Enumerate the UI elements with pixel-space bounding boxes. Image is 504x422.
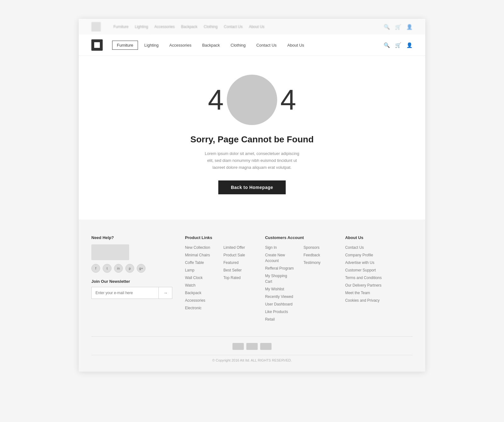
error-numbers: 4 4 — [91, 75, 413, 125]
footer-columns: Need Help? f t in p g+ Join Our Newslett… — [91, 235, 413, 324]
link-lamp[interactable]: Lamp — [185, 268, 194, 272]
nav-link-backpack[interactable]: Backpack — [198, 41, 224, 49]
product-links-grid: New Collection Minimal Chairs Coffe Tabl… — [185, 244, 252, 312]
link-watch[interactable]: Watch — [185, 283, 196, 288]
link-coffe-table[interactable]: Coffe Table — [185, 260, 204, 265]
footer: Need Help? f t in p g+ Join Our Newslett… — [79, 220, 425, 372]
link-delivery-partners[interactable]: Our Delivery Partners — [345, 283, 381, 288]
error-section: 4 4 Sorry, Page Cannot be Found Lorem ip… — [79, 56, 425, 220]
top-logo — [91, 22, 101, 31]
footer-product-links: Product Links New Collection Minimal Cha… — [185, 235, 252, 324]
link-shopping-cart[interactable]: My Shopping Cart — [265, 274, 287, 284]
nav-link-lighting[interactable]: Lighting — [140, 41, 163, 49]
nav-link-clothing[interactable]: Clothing — [226, 41, 250, 49]
twitter-icon[interactable]: t — [103, 264, 112, 273]
link-meet-team[interactable]: Meet the Team — [345, 291, 370, 295]
newsletter-form: → — [91, 287, 172, 299]
link-featured[interactable]: Featured — [223, 260, 238, 265]
error-num-left: 4 — [208, 86, 224, 114]
product-links-col2: Limited Offer Product Sale Featured Best… — [223, 244, 252, 312]
link-retail[interactable]: Retail — [265, 317, 275, 322]
link-terms-conditions[interactable]: Terms and Conditions — [345, 276, 382, 280]
pinterest-icon[interactable]: p — [125, 264, 134, 273]
link-contact-us[interactable]: Contact Us — [345, 245, 364, 250]
payment-icon-3 — [260, 343, 272, 350]
help-logo-placeholder — [91, 244, 129, 260]
top-nav-backpack: Backpack — [181, 25, 198, 29]
link-create-account[interactable]: Create New Account — [265, 253, 285, 263]
need-help-heading: Need Help? — [91, 235, 172, 240]
customers-account-heading: Customers Account — [265, 235, 332, 240]
nav-link-about[interactable]: About Us — [283, 41, 308, 49]
top-nav-clothing: Clothing — [204, 25, 218, 29]
payment-icons — [91, 343, 413, 350]
footer-copyright: © Copyright 2016 AIt Itd. ALL RIGHTS RES… — [91, 355, 413, 362]
link-feedback[interactable]: Feedback — [304, 253, 320, 257]
logo[interactable] — [91, 39, 103, 51]
main-user-icon[interactable]: 👤 — [406, 42, 413, 48]
link-accessories[interactable]: Accessories — [185, 298, 205, 303]
link-sign-in[interactable]: Sign In — [265, 245, 277, 250]
link-backpack[interactable]: Backpack — [185, 291, 201, 295]
top-nav-about: About Us — [249, 25, 264, 29]
nav-link-contact[interactable]: Contact Us — [252, 41, 281, 49]
facebook-icon[interactable]: f — [91, 264, 100, 273]
main-nav: Furniture Lighting Accessories Backpack … — [79, 35, 425, 56]
cart-icon: 🛒 — [395, 24, 401, 30]
error-num-right: 4 — [280, 86, 296, 114]
logo-inner — [94, 42, 100, 48]
error-circle — [227, 75, 277, 125]
footer-about-us: About Us Contact Us Company Profile Adve… — [345, 235, 413, 324]
link-sponsors[interactable]: Sponsors — [304, 245, 320, 250]
newsletter-input[interactable] — [92, 287, 158, 299]
link-testimony[interactable]: Testimony — [304, 260, 321, 265]
product-links-col1: New Collection Minimal Chairs Coffe Tabl… — [185, 244, 214, 312]
newsletter-submit-button[interactable]: → — [158, 287, 172, 299]
newsletter-label: Join Our Newsletter — [91, 279, 172, 284]
customers-links-grid: Sign In Create New Account Refferal Prog… — [265, 244, 332, 324]
link-recently-viewed[interactable]: Recently Viewed — [265, 294, 293, 299]
top-nav-furniture: Furniture — [113, 25, 129, 29]
customers-col2: Sponsors Feedback Testimony — [304, 244, 333, 324]
top-nav-links: Furniture Lighting Accessories Backpack … — [113, 25, 377, 29]
social-icons: f t in p g+ — [91, 264, 172, 273]
product-links-heading: Product Links — [185, 235, 252, 240]
nav-links: Furniture Lighting Accessories Backpack … — [112, 41, 384, 50]
link-minimal-chairs[interactable]: Minimal Chairs — [185, 253, 210, 257]
link-advertise[interactable]: Advertise with Us — [345, 260, 375, 265]
link-product-sale[interactable]: Product Sale — [223, 253, 245, 257]
footer-need-help: Need Help? f t in p g+ Join Our Newslett… — [91, 235, 172, 324]
link-electronic[interactable]: Electronic — [185, 306, 202, 310]
payment-icon-1 — [232, 343, 244, 350]
link-limited-offer[interactable]: Limited Offer — [223, 245, 245, 250]
error-title: Sorry, Page Cannot be Found — [91, 134, 413, 145]
googleplus-icon[interactable]: g+ — [137, 264, 146, 273]
footer-customers-account: Customers Account Sign In Create New Acc… — [265, 235, 332, 324]
link-referral[interactable]: Refferal Program — [265, 266, 294, 271]
link-top-rated[interactable]: Top Rated — [223, 276, 241, 280]
link-cookies-privacy[interactable]: Cookies and Privacy — [345, 298, 380, 303]
about-us-heading: About Us — [345, 235, 413, 240]
back-to-homepage-button[interactable]: Back to Homepage — [218, 180, 286, 194]
footer-divider — [91, 336, 413, 337]
link-company-profile[interactable]: Company Profile — [345, 253, 373, 257]
main-search-icon[interactable]: 🔍 — [384, 42, 390, 48]
link-best-seller[interactable]: Best Seller — [223, 268, 242, 272]
user-icon: 👤 — [406, 24, 413, 30]
link-like-products[interactable]: Like Products — [265, 310, 288, 314]
link-new-collection[interactable]: New Collection — [185, 245, 210, 250]
link-customer-support[interactable]: Customer Support — [345, 268, 376, 272]
main-nav-icons: 🔍 🛒 👤 — [384, 42, 413, 48]
nav-link-furniture[interactable]: Furniture — [112, 41, 138, 50]
customers-col1: Sign In Create New Account Refferal Prog… — [265, 244, 294, 324]
linkedin-icon[interactable]: in — [114, 264, 123, 273]
main-cart-icon[interactable]: 🛒 — [395, 42, 401, 48]
link-wishlist[interactable]: My Wishlist — [265, 287, 284, 291]
nav-link-accessories[interactable]: Accessories — [165, 41, 196, 49]
top-nav-accessories: Accessories — [154, 25, 175, 29]
payment-icon-2 — [246, 343, 258, 350]
link-wall-clock[interactable]: Wall Clock — [185, 276, 203, 280]
link-user-dashboard[interactable]: User Dashboard — [265, 302, 292, 306]
top-nav-lighting: Lighting — [135, 25, 148, 29]
error-description: Lorem ipsum dolor sit amet, consectetuer… — [202, 150, 302, 171]
